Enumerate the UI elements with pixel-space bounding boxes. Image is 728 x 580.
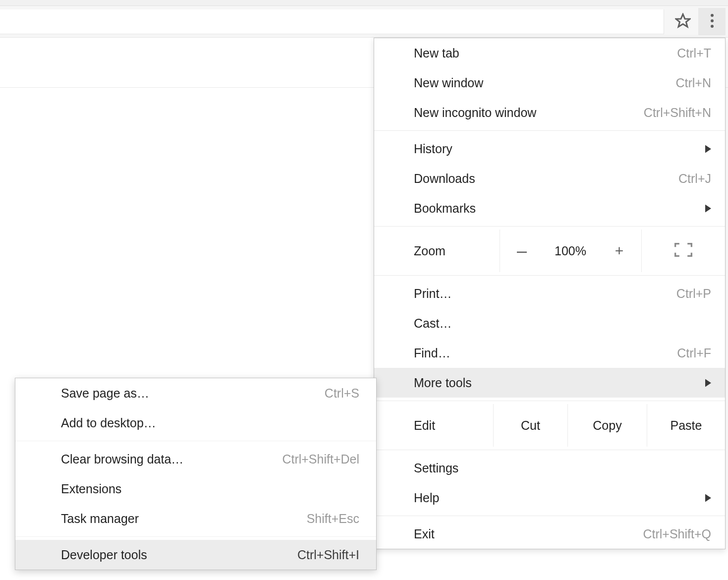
menu-separator (374, 401, 725, 401)
menu-item-zoom: Zoom – 100% + (374, 230, 725, 272)
menu-shortcut: Ctrl+N (675, 76, 711, 90)
svg-marker-0 (676, 14, 690, 26)
menu-label: New window (414, 76, 675, 90)
menu-item-history[interactable]: History (374, 134, 725, 164)
menu-item-add-to-desktop[interactable]: Add to desktop… (15, 408, 376, 438)
menu-item-new-incognito[interactable]: New incognito window Ctrl+Shift+N (374, 98, 725, 127)
menu-shortcut: Ctrl+J (678, 172, 711, 186)
menu-shortcut: Ctrl+Shift+N (644, 106, 711, 120)
menu-item-cast[interactable]: Cast… (374, 308, 725, 338)
edit-label: Edit (374, 404, 493, 447)
menu-separator (15, 536, 376, 537)
menu-item-find[interactable]: Find… Ctrl+F (374, 338, 725, 368)
menu-label: Find… (414, 346, 677, 360)
svg-marker-6 (705, 379, 711, 387)
edit-copy-button[interactable]: Copy (567, 404, 647, 447)
svg-point-1 (711, 14, 714, 17)
menu-label: Downloads (414, 172, 678, 186)
more-tools-submenu: Save page as… Ctrl+S Add to desktop… Cle… (15, 378, 377, 570)
menu-separator (15, 441, 376, 441)
menu-shortcut: Ctrl+Shift+Del (282, 452, 359, 466)
star-icon (675, 13, 691, 31)
menu-item-more-tools[interactable]: More tools (374, 368, 725, 398)
menu-item-new-window[interactable]: New window Ctrl+N (374, 68, 725, 98)
zoom-value: 100% (544, 230, 597, 272)
menu-label: More tools (414, 376, 711, 390)
menu-label: Clear browsing data… (61, 452, 282, 466)
svg-marker-4 (705, 145, 711, 153)
menu-item-extensions[interactable]: Extensions (15, 474, 376, 504)
menu-shortcut: Shift+Esc (307, 512, 359, 526)
menu-item-help[interactable]: Help (374, 483, 725, 513)
svg-point-3 (711, 25, 714, 28)
zoom-out-button[interactable]: – (500, 230, 544, 272)
chrome-main-menu: New tab Ctrl+T New window Ctrl+N New inc… (374, 38, 726, 549)
menu-separator (374, 226, 725, 227)
menu-item-new-tab[interactable]: New tab Ctrl+T (374, 38, 725, 68)
chevron-right-icon (705, 201, 711, 216)
edit-paste-button[interactable]: Paste (647, 404, 725, 447)
menu-label: Save page as… (61, 386, 325, 401)
menu-shortcut: Ctrl+S (325, 386, 359, 401)
menu-separator (374, 450, 725, 450)
browser-toolbar (0, 6, 728, 38)
svg-marker-7 (705, 494, 711, 502)
menu-shortcut: Ctrl+T (677, 46, 711, 60)
chevron-right-icon (705, 491, 711, 505)
menu-item-bookmarks[interactable]: Bookmarks (374, 193, 725, 223)
kebab-menu-icon (710, 13, 714, 30)
menu-item-print[interactable]: Print… Ctrl+P (374, 279, 725, 308)
menu-item-task-manager[interactable]: Task manager Shift+Esc (15, 504, 376, 533)
menu-shortcut: Ctrl+P (676, 287, 711, 301)
menu-label: New incognito window (414, 106, 644, 120)
menu-item-clear-browsing-data[interactable]: Clear browsing data… Ctrl+Shift+Del (15, 444, 376, 474)
menu-label: Help (414, 491, 711, 505)
menu-label: Cast… (414, 316, 711, 331)
menu-item-settings[interactable]: Settings (374, 453, 725, 483)
svg-point-2 (711, 19, 714, 22)
menu-item-edit: Edit Cut Copy Paste (374, 404, 725, 447)
browser-tabstrip (0, 0, 728, 6)
zoom-label: Zoom (374, 230, 500, 272)
menu-label: New tab (414, 46, 677, 60)
fullscreen-button[interactable] (642, 230, 725, 272)
zoom-in-button[interactable]: + (597, 230, 642, 272)
svg-marker-5 (705, 205, 711, 213)
chevron-right-icon (705, 142, 711, 156)
bookmark-star-button[interactable] (669, 6, 697, 38)
menu-label: Developer tools (61, 548, 297, 562)
menu-label: Print… (414, 287, 676, 301)
menu-item-save-page-as[interactable]: Save page as… Ctrl+S (15, 378, 376, 408)
menu-label: Exit (414, 527, 643, 541)
menu-separator (374, 275, 725, 276)
menu-label: Bookmarks (414, 201, 711, 216)
edit-cut-button[interactable]: Cut (493, 404, 567, 447)
chrome-menu-button[interactable] (698, 8, 726, 35)
menu-separator (374, 516, 725, 516)
menu-item-exit[interactable]: Exit Ctrl+Shift+Q (374, 519, 725, 549)
menu-label: Add to desktop… (61, 416, 359, 430)
menu-label: Task manager (61, 512, 307, 526)
menu-shortcut: Ctrl+F (677, 346, 711, 360)
omnibox[interactable] (0, 9, 664, 34)
chevron-right-icon (705, 376, 711, 390)
menu-label: Extensions (61, 482, 359, 496)
menu-shortcut: Ctrl+Shift+Q (643, 527, 711, 541)
menu-label: Settings (414, 461, 711, 475)
menu-item-downloads[interactable]: Downloads Ctrl+J (374, 164, 725, 193)
menu-separator (374, 130, 725, 131)
menu-label: History (414, 142, 711, 156)
menu-item-developer-tools[interactable]: Developer tools Ctrl+Shift+I (15, 540, 376, 570)
menu-shortcut: Ctrl+Shift+I (297, 548, 359, 562)
fullscreen-icon (674, 242, 692, 259)
